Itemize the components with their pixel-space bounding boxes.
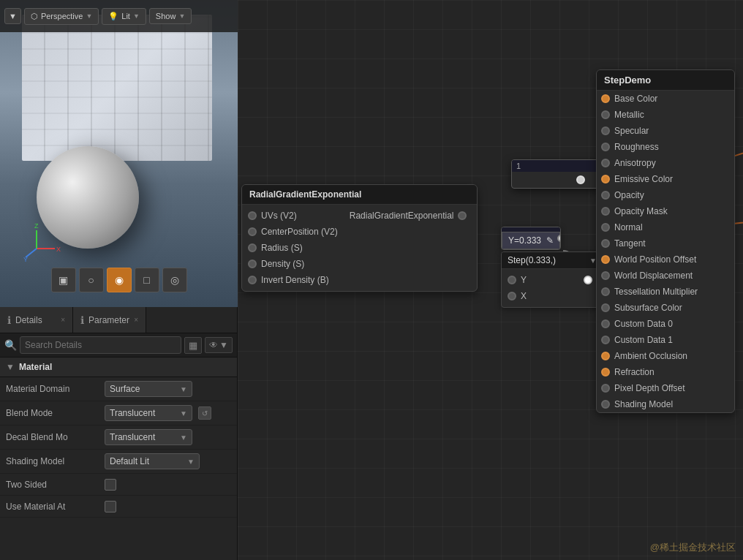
radial-outputs: RadialGradientExponential [344,205,478,291]
details-tab-icon: ℹ [7,314,11,326]
stepdemo-opacity-pin[interactable] [601,191,610,200]
radial-output-pin[interactable] [458,211,467,220]
material-section-header[interactable]: ▼ Material [0,357,237,377]
stepdemo-metallic-row: Metallic [597,107,734,123]
prop-decal-blend: Decal Blend Mo Translucent ▼ [0,425,237,450]
shading-model-dropdown[interactable]: Default Lit ▼ [105,453,200,469]
stepdemo-tangent-label: Tangent [614,238,646,249]
stepdemo-custom0-pin[interactable] [601,319,610,328]
const-value-text: Y=0.333 [508,235,541,246]
shape-btn-sphere-filled[interactable]: ◉ [107,268,132,292]
material-domain-dropdown[interactable]: Surface ▼ [105,381,192,397]
step-title: Step(0.333,) [508,255,556,265]
parameters-tab-label: Parameter [88,315,129,325]
blend-mode-reset[interactable]: ↺ [198,406,211,420]
stepdemo-specular-pin[interactable] [601,126,610,135]
stepdemo-wpo-row: World Position Offset [597,251,734,268]
stepdemo-subsurface-pin[interactable] [601,303,610,312]
stepdemo-metallic-pin[interactable] [601,110,610,119]
radial-center-row: CenterPosition (V2) [242,224,344,240]
details-tab-close[interactable]: × [61,316,65,324]
perspective-button[interactable]: ⬡ Perspective ▼ [24,8,99,25]
stepdemo-tangent-pin[interactable] [601,239,610,248]
stepdemo-pdo-label: Pixel Depth Offset [614,383,685,393]
prop-blend-mode-value: Translucent ▼ ↺ [105,405,231,421]
viewport-arrow-button[interactable]: ▼ [4,8,21,24]
stepdemo-base-color-pin[interactable] [601,94,610,103]
eye-icon: 👁 [209,340,218,350]
step-y-output-pin[interactable] [584,276,592,284]
tab-details[interactable]: ℹ Details × [0,307,73,333]
shading-model-caret: ▼ [187,458,195,466]
stepdemo-ao-pin[interactable] [601,352,610,360]
stepdemo-opacity-mask-pin[interactable] [601,207,610,216]
parameters-tab-close[interactable]: × [134,316,138,324]
stepdemo-anisotropy-pin[interactable] [601,159,610,167]
details-tab-label: Details [15,315,42,325]
stepdemo-custom1-pin[interactable] [601,336,610,344]
main-canvas[interactable]: 1 ▼ Y=0.333 ✎ Step(0.333,) ▼ Y [238,0,743,560]
stepdemo-tangent-row: Tangent [597,235,734,251]
radial-uvs-pin[interactable] [248,211,257,220]
prop-material-domain-label: Material Domain [6,384,105,394]
stepdemo-base-color-row: Base Color [597,91,734,107]
stepdemo-subsurface-row: Subsurface Color [597,300,734,316]
shape-btn-cube[interactable]: □ [135,268,159,292]
section-arrow: ▼ [6,362,15,372]
stepdemo-pdo-pin[interactable] [601,384,610,393]
stepdemo-tess-pin[interactable] [601,287,610,296]
shape-btn-cylinder[interactable]: ◎ [162,268,187,292]
tab-parameters[interactable]: ℹ Parameter × [73,307,146,333]
stepdemo-emissive-label: Emissive Color [614,174,673,184]
const-value-row: Y=0.333 ✎ [502,232,560,249]
prop-decal-blend-value: Translucent ▼ [105,429,231,445]
watermark-text: @稀土掘金技术社区 [650,542,736,553]
prop-material-domain: Material Domain Surface ▼ [0,377,237,401]
shape-btn-plane[interactable]: ▣ [51,268,76,292]
radial-radius-pin[interactable] [248,243,257,252]
radial-center-label: CenterPosition (V2) [261,227,338,237]
small-const-value: 1 [516,162,521,170]
const-edit-icon[interactable]: ✎ [546,235,554,246]
stepdemo-metallic-label: Metallic [614,110,644,120]
shading-model-text: Default Lit [110,456,149,466]
svg-text:Z: Z [34,222,39,230]
lit-button[interactable]: 💡 Lit ▼ [102,8,146,25]
stepdemo-normal-pin[interactable] [601,223,610,232]
stepdemo-wpo-pin[interactable] [601,255,610,264]
visibility-button[interactable]: 👁 ▼ [205,337,233,353]
radial-center-pin[interactable] [248,227,257,236]
prop-shading-model-value: Default Lit ▼ [105,453,231,469]
stepdemo-shadingmodel-pin[interactable] [601,400,610,409]
prop-two-sided: Two Sided [0,474,237,496]
left-panel: X Z Y ▼ ⬡ Perspective ▼ 💡 Lit ▼ Show ▼ [0,0,238,560]
stepdemo-refraction-pin[interactable] [601,368,610,377]
perspective-caret: ▼ [86,12,92,20]
stepdemo-refraction-label: Refraction [614,367,655,377]
shape-btn-sphere-outline[interactable]: ○ [79,268,104,292]
two-sided-checkbox[interactable] [105,479,116,491]
grid-view-button[interactable]: ▦ [184,337,202,354]
radial-density-label: Density (S) [261,259,304,269]
prop-shading-model-label: Shading Model [6,456,105,466]
radial-invert-pin[interactable] [248,276,257,284]
stepdemo-emissive-pin[interactable] [601,175,610,183]
search-input[interactable] [20,336,181,354]
decal-blend-dropdown[interactable]: Translucent ▼ [105,429,192,445]
radial-density-pin[interactable] [248,260,257,268]
use-material-checkbox[interactable] [105,501,116,512]
show-caret: ▼ [178,12,185,20]
const-output-pin[interactable] [557,235,561,242]
stepdemo-opacity-row: Opacity [597,187,734,203]
step-x-input-pin[interactable] [508,292,516,300]
stepdemo-wd-pin[interactable] [601,271,610,280]
small-const-output-pin[interactable] [576,175,585,184]
show-button[interactable]: Show ▼ [149,8,192,24]
blend-mode-dropdown[interactable]: Translucent ▼ [105,405,192,421]
radial-title: RadialGradientExponential [249,189,361,200]
step-y-input-pin[interactable] [508,276,516,284]
stepdemo-wd-row: World Displacement [597,268,734,284]
stepdemo-opacity-mask-row: Opacity Mask [597,203,734,219]
prop-use-material: Use Material At [0,496,237,518]
stepdemo-roughness-pin[interactable] [601,143,610,151]
